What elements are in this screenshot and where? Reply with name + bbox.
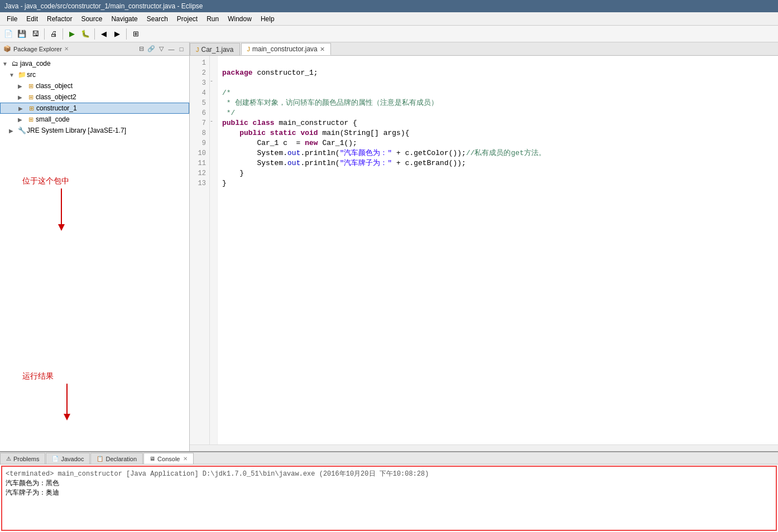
title-bar: Java - java_code/src/constructor_1/main_… — [0, 0, 778, 12]
tab-car1[interactable]: J Car_1.java — [190, 43, 240, 55]
line-num-5: 5 — [193, 98, 206, 108]
toolbar-sep-1 — [44, 28, 45, 40]
sidebar: 📦 Package Explorer ✕ ⊟ 🔗 ▽ — □ ▼ — [0, 42, 190, 451]
marker-1 — [210, 56, 217, 66]
tab-javadoc[interactable]: 📄 Javadoc — [46, 453, 90, 464]
tree-label-constructor-1: constructor_1 — [36, 104, 77, 112]
explorer-view-ref: ✕ — [64, 46, 69, 52]
menu-navigate[interactable]: Navigate — [107, 14, 142, 24]
toolbar-perspective[interactable]: ⊞ — [129, 28, 142, 40]
line-num-1: 1 — [193, 58, 206, 68]
marker-3: - — [210, 76, 217, 86]
console-output-2: 汽车牌子为：奥迪 — [6, 488, 772, 497]
main-layout: 📦 Package Explorer ✕ ⊟ 🔗 ▽ — □ ▼ — [0, 42, 778, 532]
explorer-actions: ⊟ 🔗 ▽ — □ — [137, 45, 186, 54]
toolbar-print[interactable]: 🖨 — [47, 28, 60, 40]
tab-main-close[interactable]: ✕ — [320, 46, 325, 53]
code-line-3: /* — [222, 89, 231, 97]
tree-arrow: ▶ — [18, 105, 26, 112]
toolbar-new[interactable]: 📄 — [2, 28, 15, 40]
code-content[interactable]: package constructor_1; /* * 创建桥车对象，访问轿车的… — [218, 56, 778, 444]
tree-label-class-object: class_object — [36, 82, 73, 90]
tree-item-class-object2[interactable]: ▶ ⊞ class_object2 — [0, 91, 189, 103]
minimize-btn[interactable]: — — [167, 45, 176, 54]
console-content: <terminated> main_constructor [Java Appl… — [1, 466, 777, 531]
declaration-icon: 📋 — [97, 456, 103, 462]
tab-problems[interactable]: ⚠ Problems — [0, 453, 45, 464]
code-editor[interactable]: 1 2 3 4 5 6 7 8 9 10 11 12 13 — [190, 56, 778, 444]
tree-item-class-object[interactable]: ▶ ⊞ class_object — [0, 80, 189, 91]
toolbar-debug[interactable]: 🐛 — [79, 28, 92, 40]
toolbar-run[interactable]: ▶ — [66, 28, 78, 40]
marker-9 — [210, 136, 217, 146]
tab-declaration-label: Declaration — [105, 456, 137, 462]
package-icon: ⊞ — [26, 93, 36, 101]
line-num-9: 9 — [193, 138, 206, 148]
editor-hscroll[interactable] — [190, 444, 778, 451]
toolbar-sep-4 — [126, 28, 127, 40]
tab-main-constructor[interactable]: J main_constructor.java ✕ — [241, 43, 331, 55]
bottom-tabs: ⚠ Problems 📄 Javadoc 📋 Declaration 🖥 Con… — [0, 452, 778, 465]
code-line-6: public class main_constructor { — [222, 119, 357, 127]
toolbar-forward[interactable]: ▶ — [111, 28, 123, 40]
fold-marker-3[interactable]: - — [210, 78, 213, 84]
tab-console[interactable]: 🖥 Console ✕ — [143, 453, 194, 464]
line-num-13: 13 — [193, 178, 206, 188]
tree-item-src[interactable]: ▼ 📁 src — [0, 69, 189, 80]
folder-icon: 📁 — [17, 70, 27, 79]
menu-source[interactable]: Source — [76, 14, 107, 24]
menu-bar: File Edit Refactor Source Navigate Searc… — [0, 12, 778, 26]
collapse-all-btn[interactable]: ⊟ — [137, 45, 146, 54]
tab-declaration[interactable]: 📋 Declaration — [90, 453, 143, 464]
tree-label-java-code: java_code — [20, 60, 51, 67]
menu-refactor[interactable]: Refactor — [42, 14, 76, 24]
console-close[interactable]: ✕ — [183, 456, 188, 462]
tree-item-small-code[interactable]: ▶ ⊞ small_code — [0, 114, 189, 125]
maximize-btn[interactable]: □ — [177, 45, 186, 54]
code-line-12: } — [222, 179, 227, 187]
tab-console-label: Console — [157, 456, 180, 462]
fold-marker-7[interactable]: - — [210, 118, 213, 124]
line-num-12: 12 — [193, 168, 206, 178]
menu-file[interactable]: File — [2, 14, 22, 24]
tree-arrow: ▼ — [2, 61, 10, 67]
editor-area: J Car_1.java J main_constructor.java ✕ 1… — [190, 42, 778, 451]
view-menu-btn[interactable]: ▽ — [157, 45, 166, 54]
toolbar-back[interactable]: ◀ — [98, 28, 110, 40]
editor-tabs: J Car_1.java J main_constructor.java ✕ — [190, 42, 778, 56]
tree-arrow: ▶ — [18, 94, 26, 100]
tab-main-icon: J — [247, 46, 251, 52]
toolbar-sep-2 — [63, 28, 63, 40]
bottom-panel: ⚠ Problems 📄 Javadoc 📋 Declaration 🖥 Con… — [0, 451, 778, 532]
marker-5 — [210, 96, 217, 106]
title-text: Java - java_code/src/constructor_1/main_… — [4, 2, 203, 10]
menu-project[interactable]: Project — [172, 14, 202, 24]
problems-icon: ⚠ — [6, 456, 11, 462]
package-icon: ⊞ — [26, 81, 36, 90]
project-icon: 🗂 — [10, 59, 20, 68]
console-output-1: 汽车颜色为：黑色 — [6, 478, 772, 488]
tab-javadoc-label: Javadoc — [61, 456, 84, 462]
tree-item-jre[interactable]: ▶ 🔧 JRE System Library [JavaSE-1.7] — [0, 125, 189, 136]
marker-10 — [210, 146, 217, 156]
code-line-9: System.out.println("汽车颜色为：" + c.getColor… — [222, 149, 546, 157]
toolbar-sep-3 — [94, 28, 95, 40]
tree-item-constructor-1[interactable]: ▶ ⊞ constructor_1 — [0, 103, 189, 114]
toolbar-save[interactable]: 💾 — [16, 28, 28, 40]
toolbar-save-all[interactable]: 🖫 — [29, 28, 41, 40]
tree-item-java-code[interactable]: ▼ 🗂 java_code — [0, 58, 189, 69]
line-num-8: 8 — [193, 128, 206, 138]
menu-help[interactable]: Help — [256, 14, 279, 24]
code-line-4: * 创建桥车对象，访问轿车的颜色品牌的属性（注意是私有成员） — [222, 99, 438, 107]
line-numbers: 1 2 3 4 5 6 7 8 9 10 11 12 13 — [190, 56, 210, 444]
tree-arrow: ▼ — [9, 72, 17, 78]
menu-window[interactable]: Window — [223, 14, 256, 24]
marker-8 — [210, 126, 217, 136]
tree-arrow: ▶ — [9, 128, 17, 134]
menu-search[interactable]: Search — [142, 14, 172, 24]
menu-edit[interactable]: Edit — [22, 14, 42, 24]
link-editor-btn[interactable]: 🔗 — [147, 45, 156, 54]
javadoc-icon: 📄 — [52, 456, 59, 462]
menu-run[interactable]: Run — [202, 14, 223, 24]
marker-2 — [210, 66, 217, 76]
